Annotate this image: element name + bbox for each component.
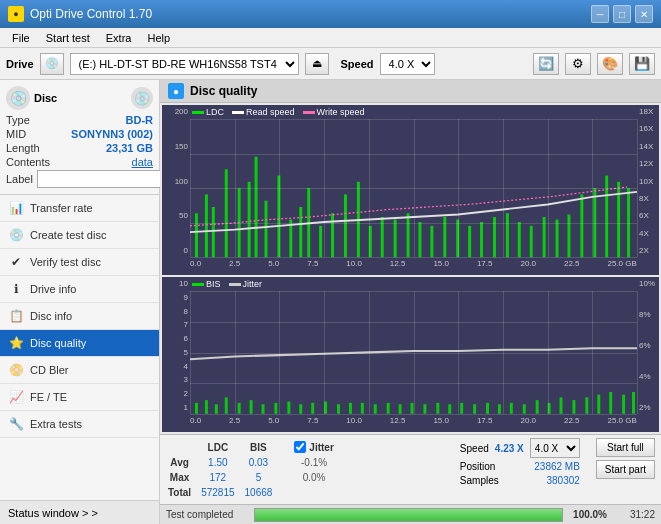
svg-rect-52 — [361, 403, 364, 414]
svg-rect-14 — [344, 194, 347, 257]
read-speed-legend-label: Read speed — [246, 107, 295, 117]
svg-rect-13 — [331, 213, 334, 257]
sidebar-item-fe-te[interactable]: 📈 FE / TE — [0, 384, 159, 411]
sidebar-item-drive-info[interactable]: ℹ Drive info — [0, 276, 159, 303]
bis-chart: BIS Jitter 10 9 8 7 6 5 4 3 2 — [162, 277, 659, 432]
create-test-disc-icon: 💿 — [8, 227, 24, 243]
disc-mid-label: MID — [6, 128, 26, 140]
app-icon: ● — [8, 6, 24, 22]
titlebar-controls: ─ □ ✕ — [591, 5, 653, 23]
progress-track — [254, 508, 563, 522]
svg-rect-59 — [448, 404, 451, 414]
stats-table: LDC BIS Jitter Avg 1.50 0.03 -0.1 — [166, 438, 344, 501]
jitter-checkbox[interactable] — [294, 441, 306, 453]
maximize-button[interactable]: □ — [613, 5, 631, 23]
svg-rect-6 — [255, 157, 258, 258]
svg-rect-33 — [580, 194, 583, 257]
save-icon-btn[interactable]: 💾 — [629, 53, 655, 75]
drive-info-icon: ℹ — [8, 281, 24, 297]
sidebar-item-transfer-rate[interactable]: 📊 Transfer rate — [0, 195, 159, 222]
main-layout: 💿 Disc 💿 Type BD-R MID SONYNN3 (002) Len… — [0, 80, 661, 524]
disc-label-input[interactable] — [37, 170, 172, 188]
menu-start-test[interactable]: Start test — [38, 30, 98, 46]
drive-icon-btn[interactable]: 💿 — [40, 53, 64, 75]
svg-rect-63 — [498, 404, 501, 414]
max-row-label: Max — [168, 471, 199, 484]
svg-rect-40 — [215, 404, 218, 414]
close-button[interactable]: ✕ — [635, 5, 653, 23]
transfer-rate-icon: 📊 — [8, 200, 24, 216]
sidebar-label-extra-tests: Extra tests — [30, 418, 82, 430]
disc-length-label: Length — [6, 142, 40, 154]
svg-rect-3 — [225, 169, 228, 257]
write-speed-legend-label: Write speed — [317, 107, 365, 117]
svg-rect-72 — [609, 392, 612, 414]
menu-help[interactable]: Help — [139, 30, 178, 46]
sidebar-item-create-test-disc[interactable]: 💿 Create test disc — [0, 222, 159, 249]
jitter-legend-item: Jitter — [229, 279, 263, 289]
app-title: Opti Drive Control 1.70 — [30, 7, 152, 21]
ldc-legend-label: LDC — [206, 107, 224, 117]
disc-type-value: BD-R — [126, 114, 154, 126]
jitter-legend-label: Jitter — [243, 279, 263, 289]
menu-file[interactable]: File — [4, 30, 38, 46]
drivebar: Drive 💿 (E:) HL-DT-ST BD-RE WH16NS58 TST… — [0, 48, 661, 80]
speed-stat-select[interactable]: 4.0 X — [530, 438, 580, 458]
max-jitter: 0.0% — [294, 471, 341, 484]
palette-icon-btn[interactable]: 🎨 — [597, 53, 623, 75]
rotate-icon-btn[interactable]: 🔄 — [533, 53, 559, 75]
bis-legend-label: BIS — [206, 279, 221, 289]
bis-chart-area — [190, 291, 637, 414]
svg-rect-74 — [632, 392, 635, 414]
disc-contents-row: Contents data — [6, 156, 153, 168]
disc-quality-header: ● Disc quality — [160, 80, 661, 103]
start-part-button[interactable]: Start part — [596, 460, 655, 479]
avg-bis: 0.03 — [245, 456, 281, 469]
speed-select[interactable]: 4.0 X — [380, 53, 435, 75]
total-jitter — [294, 486, 341, 499]
settings-icon-btn[interactable]: ⚙ — [565, 53, 591, 75]
svg-rect-32 — [567, 215, 570, 258]
action-buttons: Start full Start part — [596, 438, 655, 479]
ldc-legend-item: LDC — [192, 107, 224, 117]
disc-contents-value[interactable]: data — [132, 156, 153, 168]
disc-length-value: 23,31 GB — [106, 142, 153, 154]
svg-rect-66 — [536, 400, 539, 414]
progress-pct: 100.0% — [571, 509, 607, 520]
drive-select[interactable]: (E:) HL-DT-ST BD-RE WH16NS58 TST4 — [70, 53, 299, 75]
svg-rect-27 — [506, 213, 509, 257]
sidebar-label-disc-quality: Disc quality — [30, 337, 86, 349]
start-full-button[interactable]: Start full — [596, 438, 655, 457]
eject-button[interactable]: ⏏ — [305, 53, 329, 75]
sidebar-item-disc-info[interactable]: 📋 Disc info — [0, 303, 159, 330]
svg-rect-38 — [195, 403, 198, 414]
progress-fill — [255, 509, 562, 521]
sidebar-label-transfer-rate: Transfer rate — [30, 202, 93, 214]
sidebar-item-verify-test-disc[interactable]: ✔ Verify test disc — [0, 249, 159, 276]
bis-legend-color — [192, 283, 204, 286]
bis-y-axis-right: 10% 8% 6% 4% 2% — [637, 277, 659, 412]
titlebar: ● Opti Drive Control 1.70 ─ □ ✕ — [0, 0, 661, 28]
status-window-button[interactable]: Status window > > — [0, 500, 159, 524]
svg-rect-65 — [523, 404, 526, 414]
bis-x-axis: 0.0 2.5 5.0 7.5 10.0 12.5 15.0 17.5 20.0… — [190, 414, 637, 432]
max-bis: 5 — [245, 471, 281, 484]
sidebar-label-fe-te: FE / TE — [30, 391, 67, 403]
read-speed-legend-item: Read speed — [232, 107, 295, 117]
disc-image: 💿 — [131, 87, 153, 109]
sidebar-item-cd-bler[interactable]: 📀 CD Bler — [0, 357, 159, 384]
svg-rect-2 — [212, 207, 215, 257]
progress-bar-container: Test completed 100.0% 31:22 — [160, 504, 661, 524]
minimize-button[interactable]: ─ — [591, 5, 609, 23]
sidebar-item-disc-quality[interactable]: ⭐ Disc quality — [0, 330, 159, 357]
jitter-label: Jitter — [309, 442, 333, 453]
sidebar-item-extra-tests[interactable]: 🔧 Extra tests — [0, 411, 159, 438]
menu-extra[interactable]: Extra — [98, 30, 140, 46]
svg-rect-58 — [436, 403, 439, 414]
svg-rect-29 — [530, 226, 533, 257]
position-value: 23862 MB — [534, 461, 580, 472]
sidebar-nav: 📊 Transfer rate 💿 Create test disc ✔ Ver… — [0, 195, 159, 500]
avg-jitter: -0.1% — [294, 456, 341, 469]
max-ldc: 172 — [201, 471, 242, 484]
ldc-chart: LDC Read speed Write speed 200 150 100 — [162, 105, 659, 275]
